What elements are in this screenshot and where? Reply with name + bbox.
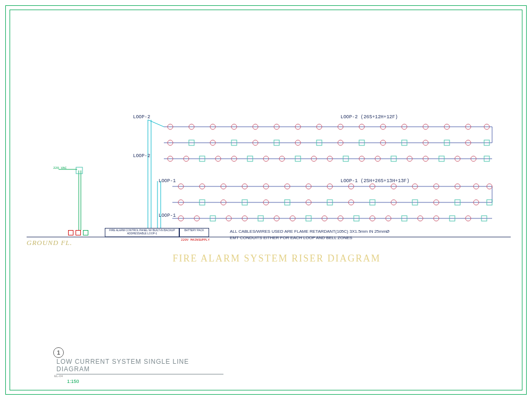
view-sheet-ref: EL-04 <box>54 374 223 378</box>
riser-diagram-svg <box>0 0 532 400</box>
label-loop2-bottom: LOOP-2 <box>133 153 150 159</box>
label-ground-floor: GROUND FL. <box>27 239 72 247</box>
view-number: 1 <box>53 347 64 358</box>
svg-rect-18 <box>76 167 82 174</box>
label-loop1: LOOP-1 <box>159 178 176 184</box>
label-loop1-desc: LOOP-1 (2SH+26S+13H+13F) <box>340 178 410 184</box>
panel-facp: FIRE ALARM CONTROL PANEL W/ BUILT-IN BAC… <box>105 228 179 237</box>
label-loop2: LOOP-2 <box>133 115 150 120</box>
panel-facp-sub: ADDRESSABLE LOOP-1 <box>127 232 157 235</box>
label-loop1-bottom: LOOP-1 <box>159 213 176 218</box>
device-bell-icon <box>76 230 81 235</box>
drawing-sheet: LOOP-2 LOOP-2 (26S+12H+12F) LOOP-2 LOOP-… <box>0 0 532 400</box>
svg-line-8 <box>148 120 164 127</box>
diagram-title: FIRE ALARM SYSTEM RISER DIAGRAM <box>160 253 394 264</box>
label-left-vac: 220 VAC <box>53 166 66 170</box>
note-conduits: EMT CONDUITS EITHER FOR EACH LOOP AND BE… <box>230 235 352 240</box>
view-title: LOW CURRENT SYSTEM SINGLE LINE DIAGRAM <box>56 358 223 374</box>
device-module-icon <box>83 230 88 235</box>
device-mcp-icon <box>68 230 73 235</box>
view-scale: 1:150 <box>67 379 223 384</box>
label-supply: 220V MAINSUPPLY <box>181 238 210 242</box>
label-loop2-desc: LOOP-2 (26S+12H+12F) <box>340 115 398 120</box>
note-cables: ALL CABLES/WIRES USED ARE FLAME RETARDAN… <box>230 229 389 234</box>
view-title-block: 1 LOW CURRENT SYSTEM SINGLE LINE DIAGRAM… <box>53 347 223 384</box>
panel-battery: BATTERY PACK <box>179 228 209 237</box>
